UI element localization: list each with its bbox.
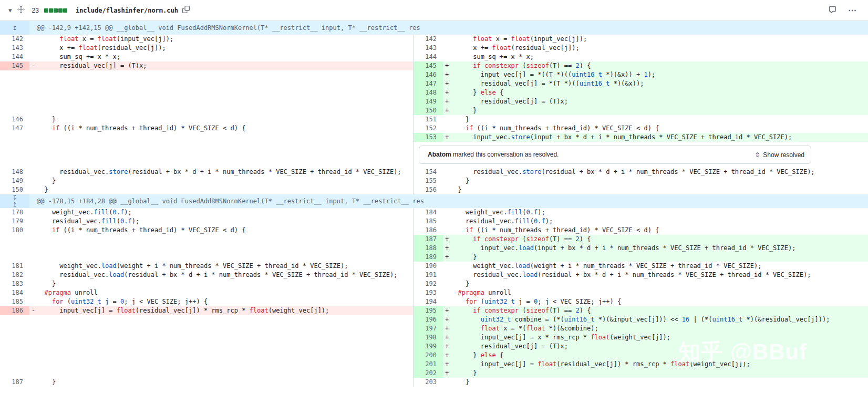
line-number-old[interactable]: 146 [0, 115, 29, 124]
code-token: (residual + bx * d + i * num_threads * V… [128, 168, 401, 175]
code-line-new: if ((i * num_threads + thread_id) * VEC_… [443, 124, 868, 133]
line-number-old[interactable]: 143 [0, 44, 29, 53]
line-number-new[interactable]: 184 [414, 208, 443, 217]
diff-side-new: 196+ uint32_t combine = (*(uint16_t *)(&… [413, 315, 868, 324]
line-number-new[interactable]: 146 [414, 70, 443, 79]
diff-side-old: 181 weight_vec.load(weight + i * num_thr… [0, 262, 413, 271]
code-token: fill [515, 218, 530, 225]
line-number-new[interactable]: 185 [414, 217, 443, 226]
line-number-new[interactable]: 193 [414, 288, 443, 297]
conversation-message: marked this conversation as resolved. [451, 151, 559, 158]
code-line-old: - input_vec[j] = float(residual_vec[j]) … [29, 306, 413, 315]
line-number-old[interactable]: 149 [0, 177, 29, 185]
code-token: sizeof [526, 235, 549, 243]
diff-side-old [0, 324, 413, 333]
empty-cell-old [29, 342, 413, 351]
diff-side-new: 156 } [413, 185, 868, 194]
conversation-row: Abatom marked this conversation as resol… [0, 142, 868, 168]
line-number-new[interactable]: 200 [414, 351, 443, 360]
line-number-new[interactable]: 189 [414, 253, 443, 262]
expand-down-button[interactable]: ↧ [12, 194, 17, 201]
expand-up-button[interactable]: ↥ [12, 201, 17, 208]
line-number-old[interactable]: 145 [0, 61, 29, 70]
code-token: ( [117, 218, 120, 225]
hunk-header: @@ -178,15 +184,28 @@ __global__ void Fu… [29, 194, 868, 208]
diffstat-count: 23 [32, 7, 39, 14]
line-number-old[interactable]: 182 [0, 271, 29, 280]
code-line-new: weight_vec.load(weight + i * num_threads… [443, 262, 868, 271]
diff-row: 199+ residual_vec[j] = (T)x; [0, 342, 868, 351]
line-number-new[interactable]: 143 [414, 44, 443, 53]
line-number-new[interactable]: 186 [414, 226, 443, 235]
comment-button[interactable] [828, 5, 838, 16]
line-number-new[interactable]: 150 [414, 106, 443, 115]
line-number-new[interactable]: 202 [414, 369, 443, 378]
line-number-new[interactable]: 190 [414, 262, 443, 271]
code-token: weight_vec. [37, 209, 94, 216]
line-number-old[interactable]: 179 [0, 217, 29, 226]
line-number-new[interactable]: 203 [414, 378, 443, 387]
diff-side-new: 192 } [413, 280, 868, 288]
copy-path-button[interactable] [181, 5, 191, 16]
line-number-new[interactable]: 147 [414, 79, 443, 88]
code-token: residual_vec. [37, 218, 101, 225]
line-number-new[interactable]: 152 [414, 124, 443, 133]
code-token: float [492, 44, 511, 51]
line-number-new[interactable]: 155 [414, 177, 443, 185]
line-number-new[interactable]: 153 [414, 133, 443, 142]
line-number-new[interactable]: 201 [414, 360, 443, 369]
code-token: j = [515, 298, 534, 305]
line-number-new[interactable]: 188 [414, 244, 443, 253]
line-number-old[interactable]: 148 [0, 168, 29, 177]
line-number-old[interactable]: 187 [0, 378, 29, 387]
line-number-new[interactable]: 197 [414, 324, 443, 333]
line-number-new[interactable]: 195 [414, 306, 443, 315]
code-token: float [473, 35, 492, 43]
code-line-new: + input_vec.load(input + bx * d + i * nu… [443, 244, 868, 253]
code-token: *)(&x)); [609, 80, 644, 87]
diff-side-old: 144 sum_sq += x * x; [0, 53, 413, 61]
code-token: (weight_vec[j]); [268, 307, 329, 314]
line-number-old[interactable]: 178 [0, 208, 29, 217]
line-number-new[interactable]: 199 [414, 342, 443, 351]
code-token: uint16_t [572, 71, 602, 78]
line-number-old[interactable]: 186 [0, 306, 29, 315]
line-number-new[interactable]: 192 [414, 280, 443, 288]
code-token [37, 35, 59, 43]
code-token: } [450, 116, 469, 123]
show-resolved-button[interactable]: ⇕Show resolved [755, 151, 804, 159]
line-number-new[interactable]: 187 [414, 235, 443, 244]
line-number-new[interactable]: 144 [414, 53, 443, 61]
line-number-new[interactable]: 151 [414, 115, 443, 124]
line-number-old[interactable]: 142 [0, 35, 29, 44]
drag-handle-button[interactable] [16, 5, 26, 16]
line-number-new[interactable]: 149 [414, 97, 443, 106]
code-token: (residual_vec[j]) * rms_rcp * [556, 360, 670, 368]
line-number-new[interactable]: 191 [414, 271, 443, 280]
line-number-old[interactable]: 183 [0, 280, 29, 288]
line-number-old[interactable]: 150 [0, 185, 29, 194]
line-number-new[interactable]: 156 [414, 185, 443, 194]
code-token: ; j < VEC_SIZE; j++) { [124, 298, 208, 305]
line-number-old[interactable]: 144 [0, 53, 29, 61]
code-token: uint16_t [564, 316, 595, 323]
code-line-old: } [29, 177, 413, 185]
line-number-old[interactable]: 181 [0, 262, 29, 271]
diff-row: 147+ residual_vec[j] = *(T *)((uint16_t … [0, 79, 868, 88]
code-token: } [37, 186, 48, 193]
line-number-new[interactable]: 196 [414, 315, 443, 324]
diff-marker: - [32, 306, 35, 315]
line-number-old[interactable]: 185 [0, 297, 29, 306]
line-number-new[interactable]: 198 [414, 333, 443, 342]
line-number-new[interactable]: 194 [414, 297, 443, 306]
line-number-new[interactable]: 142 [414, 35, 443, 44]
line-number-new[interactable]: 154 [414, 168, 443, 177]
line-number-old[interactable]: 147 [0, 124, 29, 133]
line-number-old[interactable]: 180 [0, 226, 29, 235]
line-number-old[interactable]: 184 [0, 288, 29, 297]
file-menu-button[interactable]: ⋯ [847, 5, 857, 16]
line-number-new[interactable]: 145 [414, 61, 443, 70]
line-number-new[interactable]: 148 [414, 88, 443, 97]
expand-up-button[interactable]: ↥ [12, 25, 17, 32]
collapse-file-button[interactable]: ▾ [7, 6, 13, 15]
